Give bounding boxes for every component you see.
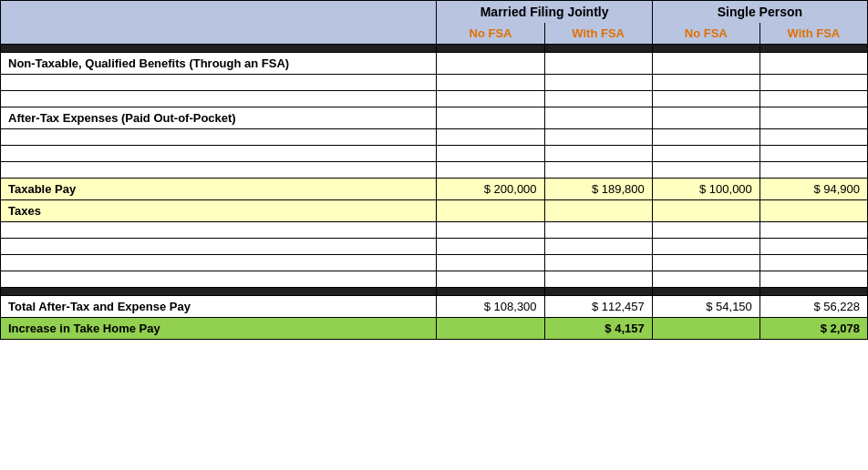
after-tax-mfj-no-fsa [437,107,544,129]
increase-take-home-row: Increase in Take Home Pay $ 4,157 $ 2,07… [1,318,868,340]
taxable-pay-label: Taxable Pay [1,179,437,200]
empty-row-6 [1,222,868,239]
empty-row-1 [1,75,868,91]
separator-2 [1,288,868,296]
header-row-2: No FSA With FSA No FSA With FSA [1,23,868,45]
single-person-header: Single Person [652,1,867,24]
total-sp-with-fsa: $ 56,228 [760,296,867,318]
non-taxable-row: Non-Taxable, Qualified Benefits (Through… [1,53,868,75]
total-mfj-no-fsa: $ 108,300 [437,296,544,318]
taxes-sp-no-fsa [652,200,760,222]
increase-mfj-no-fsa [437,318,544,340]
sp-no-fsa-header: No FSA [652,23,760,45]
taxes-row: Taxes [1,200,868,222]
empty-row-4 [1,146,868,162]
total-after-tax-label: Total After-Tax and Expense Pay [1,296,437,318]
taxes-label: Taxes [1,200,437,222]
empty-row-3 [1,129,868,146]
non-taxable-mfj-with-fsa [544,53,652,75]
empty-row-2 [1,91,868,107]
non-taxable-sp-no-fsa [652,53,760,75]
increase-label: Increase in Take Home Pay [1,318,437,340]
separator-1 [1,45,868,53]
taxable-pay-mfj-no-fsa: $ 200,000 [437,179,544,200]
empty-row-7 [1,239,868,255]
header-empty [1,1,437,24]
taxable-pay-mfj-with-fsa: $ 189,800 [544,179,652,200]
header-row-1: Married Filing Jointly Single Person [1,1,868,24]
taxable-pay-sp-with-fsa: $ 94,900 [760,179,867,200]
after-tax-sp-with-fsa [760,107,867,129]
taxable-pay-row: Taxable Pay $ 200,000 $ 189,800 $ 100,00… [1,179,868,200]
empty-row-9 [1,271,868,288]
taxes-sp-with-fsa [760,200,867,222]
sp-with-fsa-header: With FSA [760,23,867,45]
taxable-pay-sp-no-fsa: $ 100,000 [652,179,760,200]
total-after-tax-row: Total After-Tax and Expense Pay $ 108,30… [1,296,868,318]
taxes-mfj-with-fsa [544,200,652,222]
mfj-no-fsa-header: No FSA [437,23,544,45]
header-sub-empty [1,23,437,45]
after-tax-expenses-row: After-Tax Expenses (Paid Out-of-Pocket) [1,107,868,129]
married-filing-jointly-header: Married Filing Jointly [437,1,652,24]
non-taxable-label: Non-Taxable, Qualified Benefits (Through… [1,53,437,75]
non-taxable-sp-with-fsa [760,53,867,75]
increase-sp-with-fsa: $ 2,078 [760,318,867,340]
total-sp-no-fsa: $ 54,150 [652,296,760,318]
taxes-mfj-no-fsa [437,200,544,222]
non-taxable-mfj-no-fsa [437,53,544,75]
empty-row-5 [1,162,868,179]
total-mfj-with-fsa: $ 112,457 [544,296,652,318]
after-tax-sp-no-fsa [652,107,760,129]
increase-mfj-with-fsa: $ 4,157 [544,318,652,340]
after-tax-label: After-Tax Expenses (Paid Out-of-Pocket) [1,107,437,129]
mfj-with-fsa-header: With FSA [544,23,652,45]
after-tax-mfj-with-fsa [544,107,652,129]
empty-row-8 [1,255,868,271]
increase-sp-no-fsa [652,318,760,340]
